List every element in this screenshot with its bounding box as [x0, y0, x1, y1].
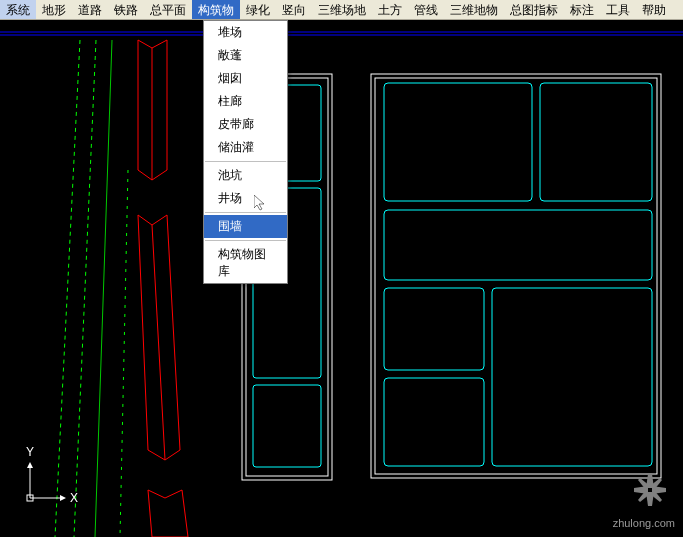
menu-earthwork[interactable]: 土方: [372, 0, 408, 19]
menu-structures[interactable]: 构筑物: [192, 0, 240, 19]
svg-marker-24: [27, 462, 33, 468]
svg-rect-3: [375, 78, 657, 474]
menu-masterplan[interactable]: 总平面: [144, 0, 192, 19]
svg-marker-23: [60, 495, 66, 501]
axis-x-label: X: [70, 491, 78, 505]
dropdown-separator: [205, 161, 286, 162]
watermark-text: zhulong.com: [613, 517, 675, 529]
svg-rect-8: [492, 288, 652, 466]
dropdown-item-yard[interactable]: 堆场: [204, 21, 287, 44]
cad-canvas[interactable]: X Y: [0, 20, 683, 537]
axis-y-label: Y: [26, 445, 34, 459]
menu-pipeline[interactable]: 管线: [408, 0, 444, 19]
menu-road[interactable]: 道路: [72, 0, 108, 19]
svg-rect-6: [384, 210, 652, 280]
menu-railway[interactable]: 铁路: [108, 0, 144, 19]
svg-line-17: [55, 40, 80, 537]
dropdown-item-colonnade[interactable]: 柱廊: [204, 90, 287, 113]
dropdown-item-wellsite[interactable]: 井场: [204, 187, 287, 210]
dropdown-item-chimney[interactable]: 烟囱: [204, 67, 287, 90]
dropdown-separator: [205, 240, 286, 241]
svg-line-20: [120, 170, 128, 537]
svg-rect-14: [253, 385, 321, 467]
svg-rect-2: [371, 74, 661, 478]
dropdown-item-belt[interactable]: 皮带廊: [204, 113, 287, 136]
menu-terrain[interactable]: 地形: [36, 0, 72, 19]
dropdown-item-oiltank[interactable]: 储油灌: [204, 136, 287, 159]
watermark-logo-icon: [632, 472, 668, 511]
svg-line-16: [152, 225, 165, 460]
svg-rect-9: [384, 378, 484, 466]
svg-rect-4: [384, 83, 532, 201]
menu-help[interactable]: 帮助: [636, 0, 672, 19]
dropdown-separator: [205, 212, 286, 213]
menu-system[interactable]: 系统: [0, 0, 36, 19]
svg-rect-7: [384, 288, 484, 370]
dropdown-item-wall[interactable]: 围墙: [204, 215, 287, 238]
menu-greening[interactable]: 绿化: [240, 0, 276, 19]
dropdown-item-shed[interactable]: 敞蓬: [204, 44, 287, 67]
menubar: 系统 地形 道路 铁路 总平面 构筑物 绿化 竖向 三维场地 土方 管线 三维地…: [0, 0, 683, 20]
menu-3dsite[interactable]: 三维场地: [312, 0, 372, 19]
dropdown-item-library[interactable]: 构筑物图库: [204, 243, 287, 283]
menu-3dfeatures[interactable]: 三维地物: [444, 0, 504, 19]
structures-dropdown: 堆场 敞蓬 烟囱 柱廊 皮带廊 储油灌 池坑 井场 围墙 构筑物图库: [203, 20, 288, 284]
menu-tools[interactable]: 工具: [600, 0, 636, 19]
svg-rect-5: [540, 83, 652, 201]
dropdown-item-pit[interactable]: 池坑: [204, 164, 287, 187]
menu-indicators[interactable]: 总图指标: [504, 0, 564, 19]
menu-annotation[interactable]: 标注: [564, 0, 600, 19]
svg-line-19: [95, 40, 112, 537]
svg-line-18: [74, 40, 96, 537]
menu-vertical[interactable]: 竖向: [276, 0, 312, 19]
